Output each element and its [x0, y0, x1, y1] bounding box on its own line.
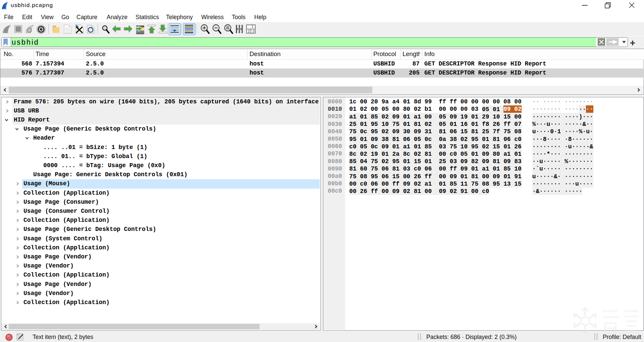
svg-text:0111: 0111 [65, 32, 70, 34]
svg-text:1: 1 [252, 25, 254, 29]
svg-text:2: 2 [248, 30, 250, 33]
svg-text:3: 3 [253, 30, 255, 33]
